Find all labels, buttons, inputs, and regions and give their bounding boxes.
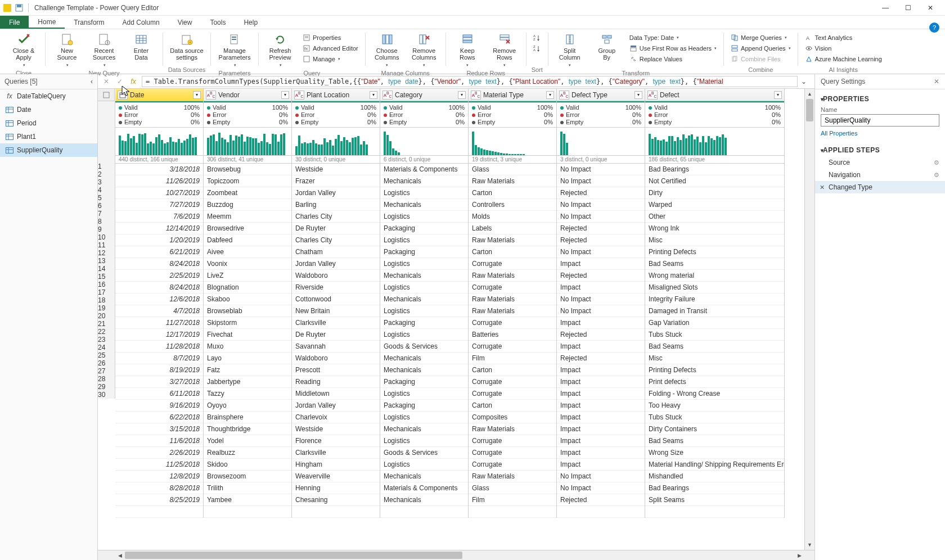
cell[interactable]: Middletown xyxy=(292,388,380,400)
cell[interactable]: Rejected xyxy=(557,329,645,341)
cell[interactable]: Material Handling/ Shipping Requirements… xyxy=(645,459,784,471)
cell[interactable]: Raw Materials xyxy=(469,293,556,305)
cell[interactable]: Logistics xyxy=(380,282,468,293)
cell[interactable]: Packaging xyxy=(380,223,468,234)
applied-step-navigation[interactable]: Navigation⚙ xyxy=(815,169,945,181)
recent-sources-button[interactable]: Recent Sources▾ xyxy=(86,31,122,70)
delete-step-icon[interactable]: ✕ xyxy=(820,184,825,191)
cell[interactable]: Glass xyxy=(469,164,556,175)
cell[interactable]: Other xyxy=(645,211,784,223)
cell[interactable]: 11/28/2018 xyxy=(115,341,203,353)
settings-close-icon[interactable]: ✕ xyxy=(934,78,939,85)
cell[interactable]: Printing Defects xyxy=(645,364,784,376)
help-icon[interactable]: ? xyxy=(929,22,939,33)
applied-step-source[interactable]: Source⚙ xyxy=(815,156,945,169)
cell[interactable]: No Impact xyxy=(557,305,645,317)
vertical-scrollbar[interactable]: ▲ ▼ xyxy=(804,89,814,550)
cell[interactable]: Raw Materials xyxy=(469,471,556,482)
cell[interactable]: 6/22/2018 xyxy=(115,412,203,423)
cell[interactable]: Logistics xyxy=(380,329,468,341)
manage-query-button[interactable]: Manage▾ xyxy=(300,54,361,64)
cell[interactable]: Goods & Services xyxy=(380,447,468,459)
cell[interactable]: Logistics xyxy=(380,211,468,223)
cell[interactable]: Logistics xyxy=(380,187,468,199)
cell[interactable]: Misc xyxy=(645,234,784,246)
cell[interactable]: Bad Seams xyxy=(645,258,784,270)
cell[interactable]: Jabbertype xyxy=(204,376,291,388)
cell[interactable]: 10/27/2019 xyxy=(115,187,203,199)
cell[interactable]: Tazzy xyxy=(204,388,291,400)
cell[interactable]: Packaging xyxy=(380,317,468,329)
fx-icon[interactable]: fx xyxy=(128,76,138,87)
cell[interactable]: Trilith xyxy=(204,482,291,494)
cell[interactable]: 9/16/2019 xyxy=(115,400,203,412)
row-number[interactable]: 23 xyxy=(98,336,115,344)
query-item-supplierquality[interactable]: SupplierQuality xyxy=(0,143,97,157)
cell[interactable]: No Impact xyxy=(557,471,645,482)
cell[interactable]: Impact xyxy=(557,400,645,412)
row-number[interactable]: 12 xyxy=(98,249,115,257)
cell[interactable]: Mechanicals xyxy=(380,353,468,364)
cell[interactable]: Too Heavy xyxy=(645,400,784,412)
cell[interactable]: Corrugate xyxy=(469,435,556,447)
tab-tools[interactable]: Tools xyxy=(201,16,235,29)
cell[interactable]: Fatz xyxy=(204,364,291,376)
cell[interactable]: Glass xyxy=(469,482,556,494)
cell[interactable]: Split Seams xyxy=(645,494,784,506)
cell[interactable]: Jordan Valley xyxy=(292,258,380,270)
cell[interactable]: Barling xyxy=(292,199,380,211)
cell[interactable]: 3/27/2018 xyxy=(115,376,203,388)
query-item-datetablequery[interactable]: fxDateTableQuery xyxy=(0,89,97,103)
row-number[interactable]: 20 xyxy=(98,312,115,320)
row-number[interactable]: 26 xyxy=(98,359,115,367)
cell[interactable]: Raw Materials xyxy=(469,270,556,282)
cell[interactable]: Henning xyxy=(292,482,380,494)
cell[interactable]: Skaboo xyxy=(204,293,291,305)
cell[interactable]: 12/8/2019 xyxy=(115,471,203,482)
column-filter-icon[interactable]: ▾ xyxy=(546,91,554,99)
select-all-cell[interactable] xyxy=(98,89,115,101)
cell[interactable]: 12/6/2018 xyxy=(115,293,203,305)
cell[interactable]: Raw Materials xyxy=(469,234,556,246)
cell[interactable]: Buzzdog xyxy=(204,199,291,211)
cell[interactable]: Packaging xyxy=(380,246,468,258)
cell[interactable]: Rejected xyxy=(557,234,645,246)
cell[interactable]: Rejected xyxy=(557,270,645,282)
cell[interactable] xyxy=(292,506,380,518)
cell[interactable]: 8/28/2018 xyxy=(115,482,203,494)
keep-rows-button[interactable]: Keep Rows▾ xyxy=(449,31,485,70)
row-number[interactable]: 28 xyxy=(98,375,115,383)
cell[interactable]: Rejected xyxy=(557,353,645,364)
cell[interactable]: Printing Defects xyxy=(645,246,784,258)
cell[interactable]: LiveZ xyxy=(204,270,291,282)
text-type-icon[interactable]: ABC xyxy=(382,91,393,100)
column-filter-icon[interactable]: ▾ xyxy=(634,91,642,99)
cell[interactable]: 7/6/2019 xyxy=(115,211,203,223)
row-number[interactable]: 9 xyxy=(98,225,115,233)
cell[interactable]: Voonix xyxy=(204,258,291,270)
row-number[interactable]: 11 xyxy=(98,241,115,249)
cell[interactable]: Rejected xyxy=(557,223,645,234)
cell[interactable]: 8/19/2019 xyxy=(115,364,203,376)
split-column-button[interactable]: Split Column▾ xyxy=(552,31,588,70)
cell[interactable]: 2/25/2019 xyxy=(115,270,203,282)
sort-asc-button[interactable]: AZ xyxy=(531,33,543,43)
cell[interactable]: Impact xyxy=(557,341,645,353)
cell[interactable]: Savannah xyxy=(292,341,380,353)
cell[interactable]: Dirty Containers xyxy=(645,423,784,435)
cell[interactable]: Dabfeed xyxy=(204,234,291,246)
close-apply-button[interactable]: Close & Apply▾ xyxy=(6,31,42,70)
column-header-defect[interactable]: ABCDefect▾ xyxy=(645,89,784,101)
cell[interactable]: Browseblab xyxy=(204,305,291,317)
query-item-period[interactable]: Period xyxy=(0,116,97,130)
column-filter-icon[interactable]: ▾ xyxy=(774,91,782,99)
cell[interactable]: Mechanicals xyxy=(380,471,468,482)
cell[interactable]: Film xyxy=(469,494,556,506)
row-number[interactable]: 7 xyxy=(98,210,115,218)
row-number[interactable]: 10 xyxy=(98,233,115,241)
column-filter-icon[interactable]: ▾ xyxy=(458,91,466,99)
new-source-button[interactable]: New Source▾ xyxy=(49,31,85,70)
cell[interactable]: Carton xyxy=(469,364,556,376)
cell[interactable]: Wrong material xyxy=(645,270,784,282)
tab-home[interactable]: Home xyxy=(29,16,65,29)
